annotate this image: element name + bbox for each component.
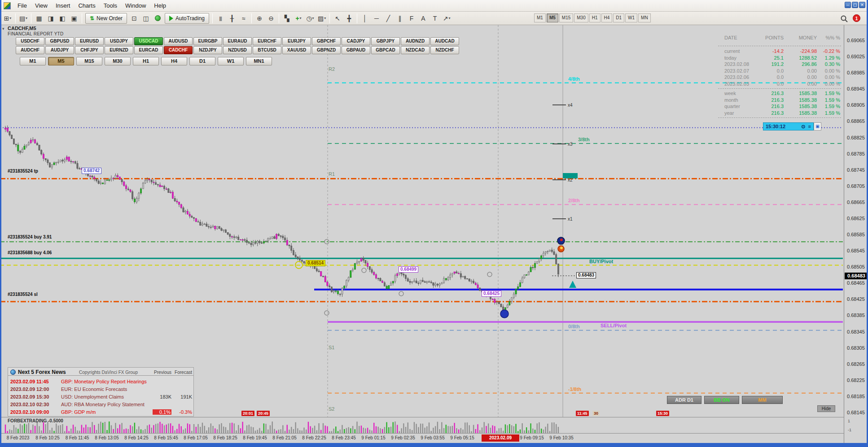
toolbar-period-M5[interactable]: M5 bbox=[547, 13, 558, 22]
timeframe-button-H4[interactable]: H4 bbox=[161, 57, 187, 65]
pair-button-AUDUSD[interactable]: AUDUSD bbox=[164, 37, 193, 45]
indicators-icon[interactable]: +▾ bbox=[293, 13, 304, 24]
menu-view[interactable]: View bbox=[31, 0, 52, 11]
search-icon[interactable] bbox=[840, 15, 848, 25]
minimize-button[interactable]: ─ bbox=[845, 2, 851, 8]
timeframe-button-W1[interactable]: W1 bbox=[218, 57, 244, 65]
new-order-button[interactable]: ⇅New Order bbox=[85, 13, 127, 24]
candlestick-icon[interactable]: ╂ bbox=[227, 13, 237, 24]
pair-button-EURJPY[interactable]: EURJPY bbox=[282, 37, 311, 45]
new-chart-icon[interactable]: ⊞▾ bbox=[2, 13, 13, 24]
menu-tools[interactable]: Tools bbox=[100, 0, 121, 11]
menu-lines-icon[interactable]: ≡ bbox=[808, 124, 811, 129]
time-axis[interactable]: 2023.02.09 06:05 8 Feb 20238 Feb 10:258 … bbox=[0, 433, 844, 443]
menu-insert[interactable]: Insert bbox=[52, 0, 75, 11]
toolbar-period-H1[interactable]: H1 bbox=[589, 13, 601, 22]
clock-window-icon[interactable]: ▣ bbox=[814, 122, 821, 130]
trendline-icon[interactable]: ╱ bbox=[383, 13, 394, 24]
cursor-icon[interactable]: ↖ bbox=[332, 13, 343, 24]
pair-button-USDJPY[interactable]: USDJPY bbox=[105, 37, 133, 45]
pair-button-XAUUSD[interactable]: XAUUSD bbox=[282, 46, 311, 54]
print-icon[interactable]: ⊡ bbox=[129, 13, 140, 24]
pair-button-USDCHF[interactable]: USDCHF bbox=[16, 37, 44, 45]
pair-button-GBPUSD[interactable]: GBPUSD bbox=[45, 37, 74, 45]
toolbar-period-D1[interactable]: D1 bbox=[613, 13, 624, 22]
horizontal-line-icon[interactable]: ─ bbox=[371, 13, 382, 24]
menu-help[interactable]: Help bbox=[150, 0, 170, 11]
label-icon[interactable]: T bbox=[430, 13, 440, 24]
notification-badge[interactable]: 1 bbox=[853, 14, 860, 22]
arrows-icon[interactable]: ↗▾ bbox=[441, 13, 452, 24]
toolbar-period-M15[interactable]: M15 bbox=[559, 13, 573, 22]
navigator-icon[interactable]: ◧ bbox=[57, 13, 68, 24]
pair-button-GBPAUD[interactable]: GBPAUD bbox=[342, 46, 370, 54]
timeframe-button-D1[interactable]: D1 bbox=[189, 57, 215, 65]
market-watch-icon[interactable]: ▦ bbox=[34, 13, 44, 24]
pair-button-NZDCHF[interactable]: NZDCHF bbox=[430, 46, 459, 54]
vertical-line-icon[interactable]: │ bbox=[359, 13, 370, 24]
pair-button-CADJPY[interactable]: CADJPY bbox=[342, 37, 370, 45]
print-preview-icon[interactable]: ◫ bbox=[140, 13, 151, 24]
hide-button[interactable]: Hide bbox=[817, 405, 835, 412]
text-icon[interactable]: A bbox=[418, 13, 429, 24]
zoom-in-icon[interactable]: ⊕ bbox=[254, 13, 265, 24]
pair-button-USDCAD[interactable]: USDCAD bbox=[134, 37, 163, 45]
channel-icon[interactable]: ∥ bbox=[395, 13, 405, 24]
timeframe-button-M15[interactable]: M15 bbox=[76, 57, 102, 65]
toolbar-period-MN[interactable]: MN bbox=[638, 13, 651, 22]
pair-button-EURCAD[interactable]: EURCAD bbox=[134, 46, 163, 54]
pair-button-EURUSD[interactable]: EURUSD bbox=[75, 37, 104, 45]
pair-button-NZDUSD[interactable]: NZDUSD bbox=[223, 46, 252, 54]
timeframe-button-M30[interactable]: M30 bbox=[105, 57, 131, 65]
chevron-collapse-icon[interactable]: ▾ bbox=[2, 26, 4, 31]
toolbar-period-M30[interactable]: M30 bbox=[574, 13, 588, 22]
pair-button-EURAUD[interactable]: EURAUD bbox=[223, 37, 252, 45]
close-button[interactable]: ✕ bbox=[859, 2, 865, 8]
pair-button-GBPCAD[interactable]: GBPCAD bbox=[371, 46, 400, 54]
menu-charts[interactable]: Charts bbox=[74, 0, 99, 11]
autotrading-button[interactable]: AutoTrading bbox=[165, 13, 209, 24]
menu-file[interactable]: File bbox=[13, 0, 31, 11]
crosshair-icon[interactable]: ╋ bbox=[344, 13, 355, 24]
data-window-icon[interactable]: ◨ bbox=[45, 13, 56, 24]
adr-button-adr-d1[interactable]: ADR D1 bbox=[667, 396, 701, 404]
timeframe-button-M1[interactable]: M1 bbox=[20, 57, 46, 65]
pair-button-GBPNZD[interactable]: GBPNZD bbox=[312, 46, 341, 54]
tile-windows-icon[interactable]: ▚ bbox=[281, 13, 292, 24]
pair-button-AUDJPY[interactable]: AUDJPY bbox=[45, 46, 74, 54]
pair-button-AUDCHF[interactable]: AUDCHF bbox=[16, 46, 44, 54]
eye-icon[interactable]: ⊙ bbox=[801, 124, 805, 130]
pair-button-GBPJPY[interactable]: GBPJPY bbox=[371, 37, 400, 45]
toolbar-period-W1[interactable]: W1 bbox=[625, 13, 637, 22]
adr-button-bb-on[interactable]: BB ON bbox=[704, 396, 739, 404]
templates-icon[interactable]: ▨▾ bbox=[316, 13, 327, 24]
pair-button-AUDNZD[interactable]: AUDNZD bbox=[401, 37, 430, 45]
pair-button-EURNZD[interactable]: EURNZD bbox=[105, 46, 133, 54]
bar-chart-icon[interactable]: ||| bbox=[215, 13, 226, 24]
profiles-icon[interactable]: ▤▾ bbox=[18, 13, 29, 24]
terminal-icon[interactable]: ▣ bbox=[69, 13, 79, 24]
line-chart-icon[interactable]: ≈ bbox=[238, 13, 249, 24]
periods-icon[interactable]: ◷▾ bbox=[305, 13, 316, 24]
pair-button-AUDCAD[interactable]: AUDCAD bbox=[430, 37, 459, 45]
timeframe-button-H1[interactable]: H1 bbox=[133, 57, 159, 65]
pair-button-GBPCHF[interactable]: GBPCHF bbox=[312, 37, 341, 45]
pair-button-NZDJPY[interactable]: NZDJPY bbox=[193, 46, 222, 54]
pair-button-CHFJPY[interactable]: CHFJPY bbox=[75, 46, 104, 54]
pair-button-CADCHF[interactable]: CADCHF bbox=[164, 46, 193, 54]
pair-button-EURGBP[interactable]: EURGBP bbox=[193, 37, 222, 45]
chart-area[interactable]: 4/8th3/8th2/8th0/8th-1/8thR2R1S1S2x4x3x2… bbox=[0, 25, 844, 417]
globe-icon[interactable] bbox=[152, 13, 163, 24]
fibonacci-icon[interactable]: F bbox=[406, 13, 417, 24]
adr-button-mm[interactable]: MM bbox=[742, 396, 783, 404]
timeframe-button-M5[interactable]: M5 bbox=[48, 57, 74, 65]
pair-button-BTCUSD[interactable]: BTCUSD bbox=[253, 46, 281, 54]
zoom-out-icon[interactable]: ⊖ bbox=[266, 13, 276, 24]
toolbar-period-H4[interactable]: H4 bbox=[601, 13, 613, 22]
timeframe-button-MN1[interactable]: MN1 bbox=[246, 57, 272, 65]
toolbar-period-M1[interactable]: M1 bbox=[534, 13, 546, 22]
pair-button-NZDCAD[interactable]: NZDCAD bbox=[401, 46, 430, 54]
menu-window[interactable]: Window bbox=[121, 0, 150, 11]
pair-button-EURCHF[interactable]: EURCHF bbox=[253, 37, 281, 45]
price-scale[interactable]: 0.68483 0.690650.690250.689850.689450.68… bbox=[844, 25, 868, 443]
